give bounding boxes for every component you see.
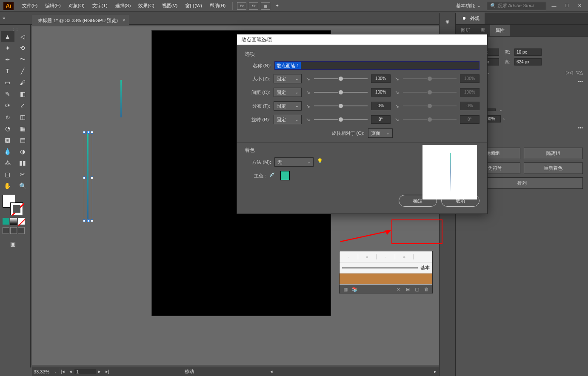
scale-tool[interactable]: ⤢ (16, 100, 30, 111)
brush-preset[interactable]: ● (358, 254, 377, 259)
new-brush-icon[interactable]: ▢ (414, 286, 420, 293)
graph-tool[interactable]: ▮▮ (16, 157, 30, 168)
flip-h-icon[interactable]: ▷◁ (566, 70, 573, 75)
eyedropper-tool[interactable]: 💧 (1, 146, 14, 157)
menu-select[interactable]: 选择(S) (112, 1, 134, 11)
brush-libraries-icon[interactable]: 📚 (351, 286, 358, 293)
direct-selection-tool[interactable]: ◁ (16, 31, 30, 42)
zoom-tool[interactable]: 🔍 (16, 180, 30, 191)
rotation-relative-dropdown[interactable]: 页面⌄ (368, 128, 393, 138)
scroll-left-icon[interactable]: ◂ (268, 369, 275, 374)
menu-file[interactable]: 文件(F) (19, 1, 41, 11)
bridge-icon[interactable]: Br (237, 2, 246, 10)
artboard-tool[interactable]: ▢ (1, 169, 14, 179)
appearance-tab[interactable]: 外观 (456, 12, 485, 24)
expand-left-icon[interactable]: « (3, 15, 9, 22)
free-transform-tool[interactable]: ◫ (16, 111, 30, 122)
next-artboard-icon[interactable]: ▸ (96, 369, 103, 374)
gradient-tool[interactable]: ▤ (16, 134, 30, 145)
type-tool[interactable]: T (1, 66, 14, 76)
menu-edit[interactable]: 编辑(E) (42, 1, 64, 11)
line-tool[interactable]: ╱ (16, 66, 30, 76)
artboard-number[interactable]: 1 (74, 369, 96, 374)
keycolor-swatch[interactable] (280, 171, 290, 180)
curvature-tool[interactable]: 〜 (16, 54, 30, 65)
width-tool[interactable]: ⎋ (1, 111, 14, 122)
stroke-swatch[interactable] (10, 202, 23, 215)
last-artboard-icon[interactable]: ▸| (103, 369, 111, 374)
selection-handle[interactable] (91, 177, 93, 179)
spacing-value-field[interactable]: 100% (371, 88, 391, 97)
brush-name-input[interactable]: 散点画笔 1 (274, 61, 480, 70)
selection-tool[interactable]: ▲ (1, 31, 14, 42)
size-slider[interactable] (314, 78, 367, 79)
isolate-group-button[interactable]: 隔离组 (524, 148, 583, 159)
selection-handle[interactable] (91, 131, 93, 134)
fill-stroke-swatches[interactable] (3, 195, 25, 215)
chevron-down-icon[interactable]: ⌄ (499, 108, 502, 112)
workspace-switcher[interactable]: 基本功能 ⌄ (453, 2, 484, 10)
brush-preset[interactable]: ● (395, 254, 414, 259)
window-minimize[interactable]: — (549, 2, 559, 10)
menu-type[interactable]: 文字(T) (89, 1, 111, 11)
rotation-slider[interactable] (314, 119, 367, 120)
chevron-down-icon[interactable]: › (503, 117, 505, 121)
symbol-sprayer-tool[interactable]: ⁂ (1, 157, 14, 168)
close-tab-icon[interactable]: × (123, 17, 126, 23)
dock-appearance-icon[interactable]: ◉ (441, 14, 454, 28)
menu-help[interactable]: 帮助(H) (206, 1, 229, 11)
link-icon[interactable]: ↘ (305, 117, 311, 122)
spacing-slider[interactable] (314, 92, 367, 93)
mesh-tool[interactable]: ▩ (1, 134, 14, 145)
selection-handle[interactable] (87, 131, 90, 134)
delete-brush-icon[interactable]: 🗑 (423, 286, 430, 293)
paintbrush-tool[interactable]: 🖌 (16, 77, 30, 88)
zoom-level-dropdown[interactable]: 33.33% ⌄ (32, 368, 59, 375)
search-stock-input[interactable]: 🔍 搜索 Adobe Stock (487, 2, 546, 10)
rotation-value-field[interactable]: 0° (371, 115, 391, 124)
properties-tab[interactable]: 属性 (490, 25, 510, 36)
eraser-tool[interactable]: ◧ (16, 88, 30, 99)
colorize-method-dropdown[interactable]: 无⌄ (274, 157, 314, 167)
link-icon[interactable]: ↘ (305, 103, 311, 109)
size-value-field[interactable]: 100% (371, 74, 391, 83)
menu-window[interactable]: 窗口(W) (182, 1, 206, 11)
selection-bounding-box[interactable] (84, 132, 92, 221)
shape-builder-tool[interactable]: ◔ (1, 123, 14, 134)
brush-lib-menu-icon[interactable]: ▥ (342, 286, 349, 293)
toolbox-grip[interactable]: ⋮⋮ (0, 27, 30, 31)
pen-tool[interactable]: ✒ (1, 54, 14, 65)
prev-artboard-icon[interactable]: ◂ (67, 369, 74, 374)
blend-tool[interactable]: ◑ (16, 146, 30, 157)
spacing-variation-dropdown[interactable]: 固定⌄ (274, 88, 302, 97)
flip-v-icon[interactable]: ▽△ (576, 70, 583, 75)
remove-stroke-icon[interactable]: ✕ (395, 286, 402, 293)
scatter-value-field[interactable]: 0% (371, 102, 391, 110)
window-maximize[interactable]: ☐ (562, 2, 572, 10)
draw-behind-icon[interactable] (10, 227, 17, 234)
menu-effect[interactable]: 效果(C) (135, 1, 157, 11)
selection-handle[interactable] (83, 219, 86, 222)
draw-normal-icon[interactable] (3, 227, 9, 234)
tips-icon[interactable]: 💡 (317, 158, 325, 166)
brush-preset[interactable]: · (340, 254, 358, 259)
brush-options-icon[interactable]: ⊟ (404, 286, 411, 293)
scroll-right-icon[interactable]: ▸ (431, 369, 439, 374)
document-tab[interactable]: 未标题-1* @ 33.33% (RGB/GPU 预览) × (32, 15, 129, 26)
draw-inside-icon[interactable] (18, 227, 25, 234)
selection-handle[interactable] (87, 219, 90, 222)
eyedropper-icon[interactable]: 💉 (269, 172, 277, 179)
rotation-variation-dropdown[interactable]: 固定⌄ (274, 115, 302, 124)
recolor-button[interactable]: 重新着色 (524, 162, 583, 174)
w-field[interactable]: 10 px (514, 48, 542, 56)
size-variation-dropdown[interactable]: 固定⌄ (274, 74, 302, 83)
rectangle-tool[interactable]: ▭ (1, 77, 14, 88)
selection-handle[interactable] (83, 131, 86, 134)
link-icon[interactable]: ↘ (305, 89, 311, 95)
h-field[interactable]: 624 px (514, 58, 542, 66)
menu-object[interactable]: 对象(O) (65, 1, 88, 11)
magic-wand-tool[interactable]: ✦ (1, 43, 14, 53)
screen-mode-icon[interactable]: ▣ (6, 238, 20, 249)
slice-tool[interactable]: ✂ (16, 169, 30, 179)
selection-handle[interactable] (91, 219, 93, 222)
